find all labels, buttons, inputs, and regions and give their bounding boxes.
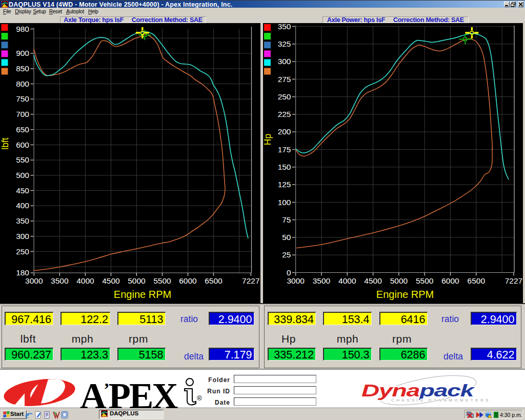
svg-text:25: 25 xyxy=(282,250,291,259)
svg-text:3500: 3500 xyxy=(313,276,331,285)
svg-text:850: 850 xyxy=(16,64,29,73)
svg-text:7227: 7227 xyxy=(242,276,259,285)
svg-text:250: 250 xyxy=(278,92,291,101)
svg-text:750: 750 xyxy=(16,94,29,103)
svg-text:Dynapack: Dynapack xyxy=(361,381,476,400)
svg-text:350: 350 xyxy=(16,216,29,225)
svg-text:300: 300 xyxy=(278,57,291,66)
svg-text:6000: 6000 xyxy=(179,276,197,285)
svg-text:600: 600 xyxy=(16,141,29,149)
svg-text:75: 75 xyxy=(282,215,291,224)
svg-text:800: 800 xyxy=(16,79,29,88)
svg-text:275: 275 xyxy=(278,75,291,84)
svg-text:180: 180 xyxy=(16,268,29,277)
svg-text:CHASSIS DYNAMOMETERS: CHASSIS DYNAMOMETERS xyxy=(391,398,491,403)
svg-text:Engine RPM: Engine RPM xyxy=(376,289,434,300)
svg-text:5000: 5000 xyxy=(390,276,408,285)
svg-text:3500: 3500 xyxy=(51,276,69,285)
svg-text:300: 300 xyxy=(16,232,29,241)
svg-text:700: 700 xyxy=(16,110,29,118)
svg-text:6000: 6000 xyxy=(441,276,459,285)
svg-text:5500: 5500 xyxy=(416,276,434,285)
svg-text:175: 175 xyxy=(278,145,291,154)
svg-text:125: 125 xyxy=(278,180,291,189)
svg-text:3000: 3000 xyxy=(25,276,43,285)
svg-text:900: 900 xyxy=(16,49,29,57)
svg-text:225: 225 xyxy=(278,110,291,118)
svg-text:980: 980 xyxy=(16,25,29,33)
svg-text:500: 500 xyxy=(16,171,29,179)
svg-text:5500: 5500 xyxy=(153,276,171,285)
svg-text:Hp: Hp xyxy=(262,134,273,145)
svg-text:Engine RPM: Engine RPM xyxy=(114,289,171,300)
svg-text:250: 250 xyxy=(16,247,29,256)
svg-text:4000: 4000 xyxy=(338,276,356,285)
svg-text:7227: 7227 xyxy=(505,276,522,285)
svg-text:450: 450 xyxy=(16,186,29,195)
svg-text:4500: 4500 xyxy=(364,276,382,285)
svg-text:325: 325 xyxy=(278,39,291,48)
svg-text:4000: 4000 xyxy=(76,276,94,285)
svg-text:650: 650 xyxy=(16,125,29,134)
svg-text:200: 200 xyxy=(278,127,291,136)
svg-text:lbft: lbft xyxy=(0,137,10,149)
svg-text:550: 550 xyxy=(16,155,29,164)
svg-text:350: 350 xyxy=(278,23,291,31)
svg-text:6500: 6500 xyxy=(205,276,223,285)
svg-text:100: 100 xyxy=(278,198,291,207)
svg-text:50: 50 xyxy=(282,233,291,242)
svg-text:5000: 5000 xyxy=(128,276,146,285)
svg-text:150: 150 xyxy=(278,163,291,171)
svg-text:400: 400 xyxy=(16,201,29,210)
svg-text:0: 0 xyxy=(287,268,291,277)
svg-text:6500: 6500 xyxy=(468,276,486,285)
svg-text:4500: 4500 xyxy=(102,276,120,285)
svg-text:3000: 3000 xyxy=(287,276,305,285)
